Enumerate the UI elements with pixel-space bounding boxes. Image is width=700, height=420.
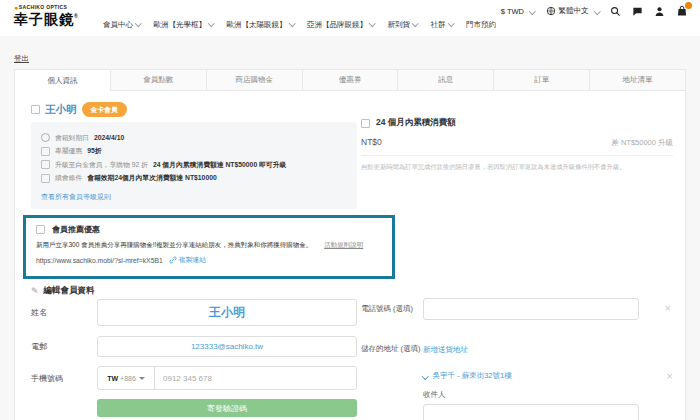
search-icon bbox=[610, 6, 621, 17]
ticket-icon bbox=[41, 147, 50, 156]
referral-url: https://www.sachiko.mobi/?sl-mref=kX5B1 bbox=[36, 257, 163, 264]
chat-button[interactable] bbox=[632, 6, 643, 17]
account-tabs: 個人資訊 會員點數 商店購物金 優惠券 訊息 訂單 地址清單 bbox=[14, 69, 686, 91]
saved-address-label: 儲存的地址 (選填) bbox=[361, 338, 423, 420]
upgrade-icon bbox=[41, 160, 50, 169]
referral-rules-link[interactable]: 活動規則說明 bbox=[324, 241, 363, 250]
email-label: 電郵 bbox=[31, 341, 97, 352]
telephone-input[interactable] bbox=[423, 298, 639, 320]
tab-messages[interactable]: 訊息 bbox=[398, 69, 494, 91]
telephone-row: 電話號碼 (選填) × bbox=[361, 298, 673, 320]
upgrade-text: 升級至白金會員，享購物 92 折 bbox=[55, 160, 148, 170]
tab-orders[interactable]: 訂單 bbox=[494, 69, 590, 91]
tab-personal-info[interactable]: 個人資訊 bbox=[14, 69, 111, 91]
cumulative-spend-panel: 24 個月內累積消費額 NT$0 差 NT$50000 升級 自動更新時間為訂單… bbox=[361, 117, 673, 171]
chart-icon bbox=[361, 119, 370, 128]
account-button[interactable] bbox=[654, 6, 665, 17]
nav-new-arrivals[interactable]: 新到貨 bbox=[388, 20, 418, 30]
dropdown-caret-icon bbox=[139, 377, 145, 380]
cart-badge bbox=[685, 2, 692, 9]
brand-small-text: ●SACHIKO OPTICS bbox=[14, 4, 79, 11]
nav-member-center[interactable]: 會員中心 bbox=[103, 20, 141, 30]
nav-community[interactable]: 社群 bbox=[431, 20, 454, 30]
globe-icon bbox=[546, 6, 556, 16]
name-row: 姓名 bbox=[31, 299, 357, 326]
tab-coupons[interactable]: 優惠券 bbox=[303, 69, 399, 91]
copy-link-button[interactable]: 複製連結 bbox=[169, 255, 206, 265]
send-verification-code-button[interactable]: 寄發驗證碼 bbox=[97, 399, 357, 417]
link-icon bbox=[169, 256, 177, 264]
member-card-icon bbox=[31, 105, 40, 114]
cart-button[interactable] bbox=[676, 5, 688, 17]
chevron-down-icon bbox=[422, 373, 428, 379]
search-button[interactable] bbox=[610, 6, 621, 17]
email-field[interactable] bbox=[97, 336, 357, 357]
email-row: 電郵 bbox=[31, 335, 357, 357]
referral-url-row: https://www.sachiko.mobi/?sl-mref=kX5B1 … bbox=[36, 255, 382, 265]
membership-expiry-row: 會籍到期日 2024/4/10 bbox=[41, 133, 347, 143]
person-icon bbox=[654, 6, 665, 17]
member-name: 王小明 bbox=[45, 103, 77, 117]
name-input[interactable] bbox=[97, 299, 357, 326]
check-icon bbox=[41, 174, 50, 183]
chevron-down-icon bbox=[289, 20, 295, 26]
tab-member-points[interactable]: 會員點數 bbox=[111, 69, 207, 91]
site-header: ●SACHIKO OPTICS 幸子眼鏡® 會員中心 歐洲【光學框】 歐洲【太陽… bbox=[0, 0, 700, 36]
address-list-item[interactable]: 吳宇千 - 蘇東街32號1樓 × bbox=[423, 371, 673, 381]
mobile-label: 手機號碼 bbox=[31, 373, 97, 384]
discount-value: 95折 bbox=[87, 146, 101, 156]
clock-icon bbox=[41, 133, 50, 142]
expiry-label: 會籍到期日 bbox=[55, 133, 89, 143]
exclusive-discount-row: 專屬優惠 95折 bbox=[41, 146, 347, 156]
nav-europe-sunglasses[interactable]: 歐洲【太陽眼鏡】 bbox=[227, 20, 295, 30]
pencil-icon: ✎ bbox=[31, 286, 39, 296]
chevron-down-icon bbox=[594, 8, 600, 14]
referral-promo-box: 會員推薦優惠 新用戶立享300 會員推薦分享再賺購物金!!複製並分享連結給朋友，… bbox=[23, 215, 395, 279]
edit-profile-title: ✎ 編輯會員資料 bbox=[31, 285, 95, 297]
renewal-label: 續會條件 bbox=[55, 173, 82, 183]
chat-icon bbox=[632, 6, 643, 17]
member-header: 王小明 金卡會員 bbox=[31, 102, 127, 117]
spend-note: 自動更新時間為訂單完成付款後的隔日凌晨，若因取消訂單退款為未達成升級條件則不會升… bbox=[361, 162, 673, 171]
header-utilities: $ TWD 繁體中文 bbox=[501, 5, 688, 17]
registered-mark: ® bbox=[74, 13, 79, 19]
mobile-row: 手機號碼 TW+886 bbox=[31, 366, 357, 390]
expiry-value: 2024/4/10 bbox=[94, 134, 124, 141]
spend-amount: NT$0 bbox=[361, 137, 382, 147]
referral-title-row: 會員推薦優惠 bbox=[36, 224, 382, 235]
nav-asia-brands[interactable]: 亞洲【品牌眼鏡】 bbox=[307, 20, 375, 30]
chevron-down-icon bbox=[412, 20, 418, 26]
chevron-down-icon bbox=[135, 20, 141, 26]
add-address-link[interactable]: 新增送貨地址 bbox=[423, 340, 468, 355]
spend-title: 24 個月內累積消費額 bbox=[376, 117, 456, 129]
upgrade-threshold: 24 個月內累積消費額達 NT$50000 即可升級 bbox=[153, 160, 286, 170]
recipient-label: 收件人 bbox=[423, 390, 673, 400]
clear-telephone-icon[interactable]: × bbox=[665, 303, 671, 314]
spend-title-row: 24 個月內累積消費額 bbox=[361, 117, 673, 129]
address-item-label: 吳宇千 - 蘇東街32號1樓 bbox=[433, 371, 512, 381]
chevron-down-icon bbox=[369, 20, 375, 26]
member-tier-rules-link[interactable]: 查看所有會員等級規則 bbox=[41, 192, 111, 202]
spend-amount-row: NT$0 差 NT$50000 升級 bbox=[361, 137, 673, 156]
mobile-number-input[interactable] bbox=[155, 367, 356, 389]
gift-icon bbox=[36, 225, 45, 234]
edit-profile-form: 姓名 電郵 手機號碼 TW+886 寄發驗證碼 bbox=[31, 299, 357, 417]
chevron-down-icon bbox=[208, 20, 214, 26]
remove-address-icon[interactable]: × bbox=[667, 371, 673, 382]
telephone-label: 電話號碼 (選填) bbox=[361, 298, 423, 320]
name-label: 姓名 bbox=[31, 307, 97, 318]
nav-europe-optical[interactable]: 歐洲【光學框】 bbox=[154, 20, 214, 30]
language-selector[interactable]: 繁體中文 bbox=[546, 6, 600, 16]
tab-address-list[interactable]: 地址清單 bbox=[590, 69, 686, 91]
brand-logo[interactable]: ●SACHIKO OPTICS 幸子眼鏡® bbox=[14, 4, 79, 26]
chevron-down-icon bbox=[448, 20, 454, 26]
tab-store-credit[interactable]: 商店購物金 bbox=[207, 69, 303, 91]
tier-badge: 金卡會員 bbox=[82, 102, 127, 117]
membership-info-box: 會籍到期日 2024/4/10 專屬優惠 95折 升級至白金會員，享購物 92 … bbox=[31, 122, 357, 209]
nav-store-booking[interactable]: 門市預約 bbox=[466, 20, 496, 30]
country-code-select[interactable]: TW+886 bbox=[98, 367, 155, 389]
logout-link[interactable]: 登出 bbox=[14, 54, 29, 64]
recipient-input[interactable] bbox=[423, 404, 639, 420]
contact-form-column: 電話號碼 (選填) × 儲存的地址 (選填) 新增送貨地址 吳宇千 - 蘇東街3… bbox=[361, 298, 673, 420]
currency-selector[interactable]: $ TWD bbox=[501, 7, 535, 16]
